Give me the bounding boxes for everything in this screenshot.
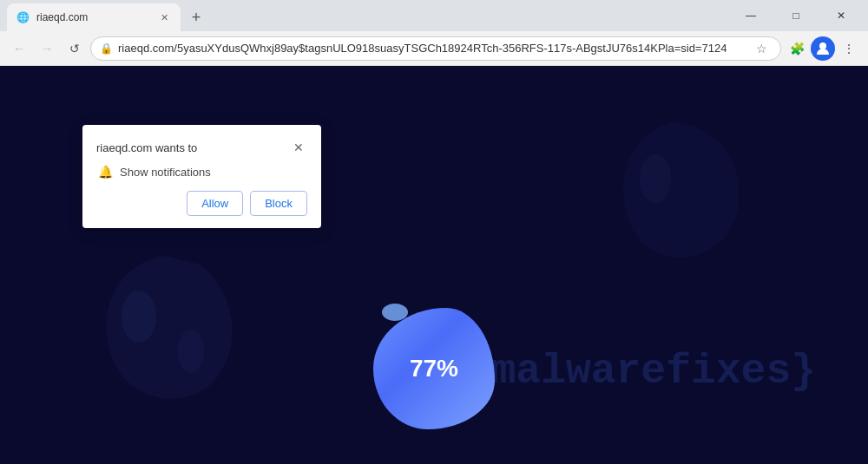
allow-button[interactable]: Allow [187,191,243,216]
back-button[interactable]: ← [7,36,31,61]
close-button[interactable]: ✕ [821,3,861,28]
notification-popup: riaeqd.com wants to ✕ 🔔 Show notificatio… [82,125,321,228]
svg-point-1 [122,291,156,343]
browser-tab[interactable]: 🌐 riaeqd.com ✕ [7,3,181,31]
window-controls: — □ ✕ [731,3,861,28]
url-text: riaeqd.com/5yasuXYdusQWhxj89ay$tagsnULO9… [118,42,746,55]
progress-container: 77% [373,308,495,438]
notification-text: Show notifications [120,166,211,179]
title-bar: 🌐 riaeqd.com ✕ + — □ ✕ [0,0,868,31]
popup-actions: Allow Block [96,191,307,216]
svg-point-0 [819,42,826,49]
bookmark-icon[interactable]: ☆ [751,38,772,59]
bell-icon: 🔔 [98,165,113,179]
watermark: {malwarefixes} [466,348,816,395]
browser-window: 🌐 riaeqd.com ✕ + — □ ✕ ← → ↺ 🔒 riaeqd.co… [0,0,868,464]
nav-bar: ← → ↺ 🔒 riaeqd.com/5yasuXYdusQWhxj89ay$t… [0,31,868,66]
bg-decoration-right [608,118,738,274]
tab-favicon: 🌐 [16,10,30,24]
address-bar[interactable]: 🔒 riaeqd.com/5yasuXYdusQWhxj89ay$tagsnUL… [90,36,781,61]
forward-button[interactable]: → [35,36,59,61]
popup-content: 🔔 Show notifications [96,165,307,179]
menu-button[interactable]: ⋮ [837,36,861,61]
bg-decoration-left [87,247,243,421]
minimize-button[interactable]: — [731,3,771,28]
svg-point-2 [178,330,204,373]
progress-blob: 77% [373,308,495,429]
refresh-button[interactable]: ↺ [62,36,87,61]
lock-icon: 🔒 [100,42,113,55]
block-button[interactable]: Block [250,191,307,216]
page-content: {malwarefixes} 77% riaeqd.com wants to ✕… [0,66,868,464]
svg-point-3 [640,154,671,203]
new-tab-button[interactable]: + [184,5,208,29]
popup-header: riaeqd.com wants to ✕ [96,139,307,156]
progress-text: 77% [410,355,458,382]
toolbar-right: 🧩 ⋮ [785,36,861,61]
popup-close-button[interactable]: ✕ [290,139,307,156]
tab-title: riaeqd.com [36,11,149,23]
profile-button[interactable] [811,36,835,61]
tab-close-button[interactable]: ✕ [156,10,172,25]
maximize-button[interactable]: □ [776,3,816,28]
popup-title: riaeqd.com wants to [96,141,197,154]
extensions-button[interactable]: 🧩 [785,36,809,61]
